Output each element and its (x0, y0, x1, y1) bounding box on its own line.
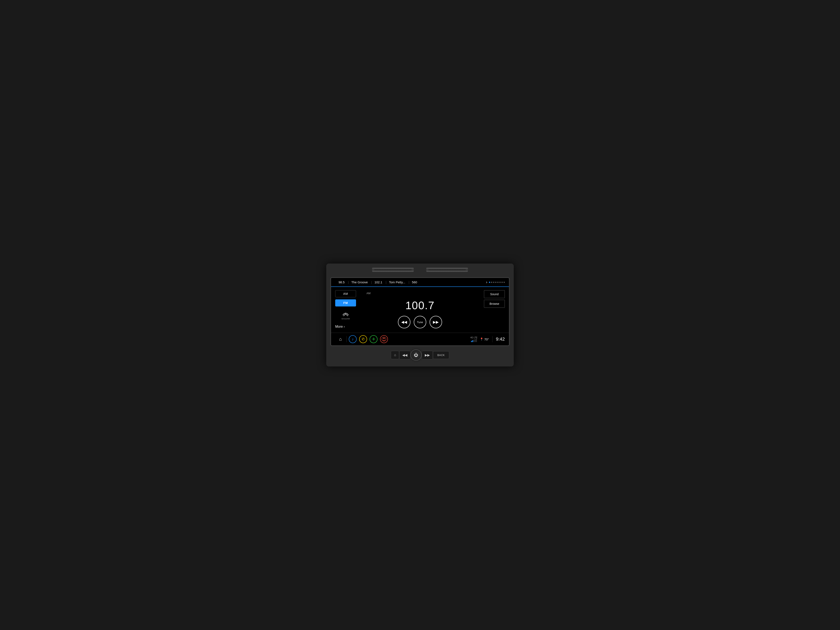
next-button[interactable]: ▶▶ (429, 316, 442, 328)
more-button[interactable]: More › (335, 324, 356, 329)
hw-back-label: BACK (437, 354, 445, 357)
status-divider (492, 336, 493, 342)
signal-bar-3 (474, 339, 474, 342)
fm-button[interactable]: FM (335, 299, 356, 306)
more-label: More (335, 325, 343, 328)
hw-home-button[interactable]: ⌂ (391, 351, 399, 359)
preset-chevron[interactable]: › (486, 280, 487, 284)
home-icon: ⌂ (339, 336, 342, 342)
driver-icon (382, 337, 386, 341)
phone-icon: ✆ (362, 337, 365, 341)
browse-button[interactable]: Browse (484, 300, 505, 308)
siriusxm-waves-icon (342, 310, 349, 317)
hw-power-icon: ⏻ (414, 353, 418, 357)
right-vent (426, 268, 468, 272)
dot-8 (504, 282, 505, 283)
prev-button[interactable]: ◀◀ (398, 316, 411, 328)
preset-3[interactable]: 102.1 (371, 279, 385, 285)
hw-prev-icon: ◀◀ (402, 353, 407, 357)
nav-driver-button[interactable] (379, 335, 389, 344)
left-vent (372, 268, 414, 272)
left-controls: AM FM SiriusXM More (335, 290, 356, 329)
svg-point-2 (383, 338, 385, 339)
am-button[interactable]: AM (335, 290, 356, 297)
frequency-display: 100.7 (406, 299, 434, 312)
signal-bar-1 (471, 341, 472, 342)
location-temp: 📍 70° (480, 338, 489, 341)
nav-game-button[interactable]: ✛ (368, 335, 379, 344)
nav-divider-1 (346, 336, 347, 342)
clock-display: 9:42 (496, 336, 505, 342)
dot-3 (493, 282, 494, 283)
dot-2 (491, 282, 492, 283)
vent-area (330, 268, 510, 274)
hw-next-icon: ▶▶ (425, 353, 430, 357)
hw-back-button[interactable]: BACK (433, 351, 449, 359)
hw-button-row: ⌂ ◀◀ ⏻ ▶▶ BACK (335, 349, 505, 361)
music-icon: ♪ (352, 337, 354, 341)
presets-bar: 98.5 The Groove 102.1 Tom Petty... 560 › (331, 278, 509, 287)
svg-point-0 (345, 313, 346, 314)
playback-controls: ◀◀ Tune ▶▶ (398, 316, 442, 328)
center-display: AM 100.7 ◀◀ Tune ▶▶ (360, 290, 480, 329)
main-content: AM FM SiriusXM More (331, 287, 509, 333)
dot-7 (502, 282, 503, 283)
network-label: 4G LTE (471, 336, 477, 339)
signal-bar-4 (475, 339, 475, 342)
dot-5 (497, 282, 499, 283)
right-controls: Sound Browse (484, 290, 505, 329)
infotainment-screen: 98.5 The Groove 102.1 Tom Petty... 560 › (331, 278, 509, 346)
tune-button[interactable]: Tune (414, 316, 426, 328)
network-info: 4G LTE (471, 336, 477, 342)
temperature-display: 70° (484, 338, 489, 341)
hw-power-button[interactable]: ⏻ (411, 349, 422, 361)
siriusxm-label: SiriusXM (341, 318, 350, 320)
nav-home-button[interactable]: ⌂ (335, 335, 346, 344)
dot-4 (495, 282, 496, 283)
bottom-nav: ⌂ ♪ ✆ ✛ (331, 333, 509, 346)
dot-1 (489, 282, 490, 283)
nav-phone-button[interactable]: ✆ (358, 335, 368, 344)
sound-button[interactable]: Sound (484, 290, 505, 298)
more-chevron-icon: › (344, 325, 344, 328)
band-label: AM (366, 292, 371, 295)
prev-icon: ◀◀ (401, 320, 407, 324)
nav-music-button[interactable]: ♪ (347, 335, 358, 344)
siriusxm-button[interactable]: SiriusXM (335, 310, 356, 320)
hw-home-icon: ⌂ (394, 353, 396, 357)
preset-2[interactable]: The Groove (348, 279, 371, 285)
signal-bars (471, 339, 477, 342)
preset-1[interactable]: 98.5 (335, 279, 348, 285)
hw-next-button[interactable]: ▶▶ (422, 351, 433, 359)
hw-prev-button[interactable]: ◀◀ (399, 351, 411, 359)
preset-5[interactable]: 560 (409, 279, 420, 285)
dot-6 (499, 282, 501, 283)
signal-bar-2 (472, 340, 473, 342)
next-icon: ▶▶ (433, 320, 439, 324)
screen-bezel: 98.5 The Groove 102.1 Tom Petty... 560 › (330, 277, 510, 346)
location-icon: 📍 (480, 338, 483, 341)
page-dots (489, 282, 505, 283)
signal-bar-5 (476, 339, 477, 342)
hardware-buttons-area: ⌂ ◀◀ ⏻ ▶▶ BACK (330, 346, 510, 362)
game-icon: ✛ (372, 337, 375, 341)
tune-label: Tune (417, 321, 423, 324)
status-bar: 4G LTE 📍 70° 9:42 (471, 336, 505, 342)
preset-4[interactable]: Tom Petty... (385, 279, 409, 285)
